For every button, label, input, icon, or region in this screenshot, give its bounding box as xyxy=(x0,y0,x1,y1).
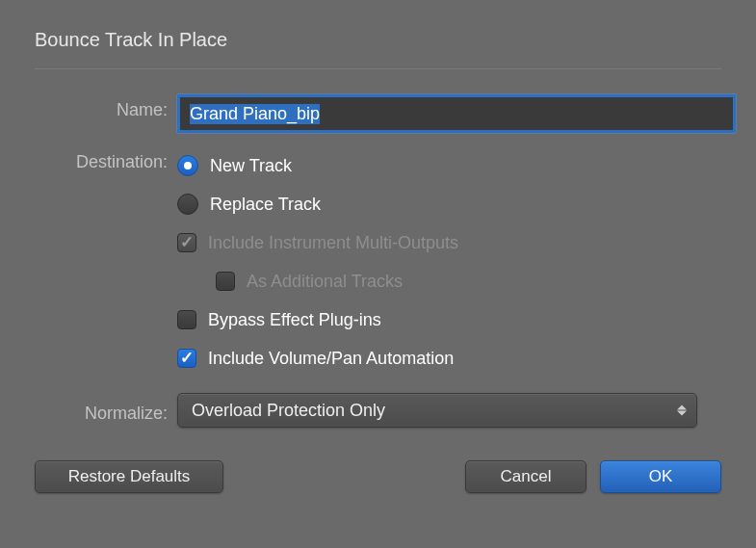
checkbox-include-volume-pan-label: Include Volume/Pan Automation xyxy=(208,349,454,369)
radio-replace-track-label: Replace Track xyxy=(210,195,321,215)
checkbox-bypass-effect-plugins-label: Bypass Effect Plug-ins xyxy=(208,310,381,330)
normalize-select-value: Overload Protection Only xyxy=(192,401,385,421)
checkbox-include-multi-outputs-label: Include Instrument Multi-Outputs xyxy=(208,233,458,253)
checkbox-as-additional-tracks xyxy=(216,272,235,291)
checkbox-include-volume-pan[interactable] xyxy=(177,349,196,368)
chevron-up-down-icon xyxy=(677,405,687,416)
checkbox-include-multi-outputs xyxy=(177,233,196,252)
radio-new-track-label: New Track xyxy=(210,156,292,176)
cancel-button[interactable]: Cancel xyxy=(465,460,587,493)
destination-label: Destination: xyxy=(35,146,177,172)
radio-replace-track[interactable] xyxy=(177,194,198,215)
ok-button[interactable]: OK xyxy=(600,460,721,493)
name-input[interactable] xyxy=(177,94,736,133)
checkbox-bypass-effect-plugins[interactable] xyxy=(177,310,196,329)
name-label: Name: xyxy=(35,94,177,120)
restore-defaults-button[interactable]: Restore Defaults xyxy=(35,460,223,493)
checkbox-as-additional-tracks-label: As Additional Tracks xyxy=(247,272,403,292)
dialog-title: Bounce Track In Place xyxy=(35,29,721,69)
radio-new-track[interactable] xyxy=(177,155,198,176)
normalize-select[interactable]: Overload Protection Only xyxy=(177,393,697,428)
normalize-label: Normalize: xyxy=(35,398,177,424)
